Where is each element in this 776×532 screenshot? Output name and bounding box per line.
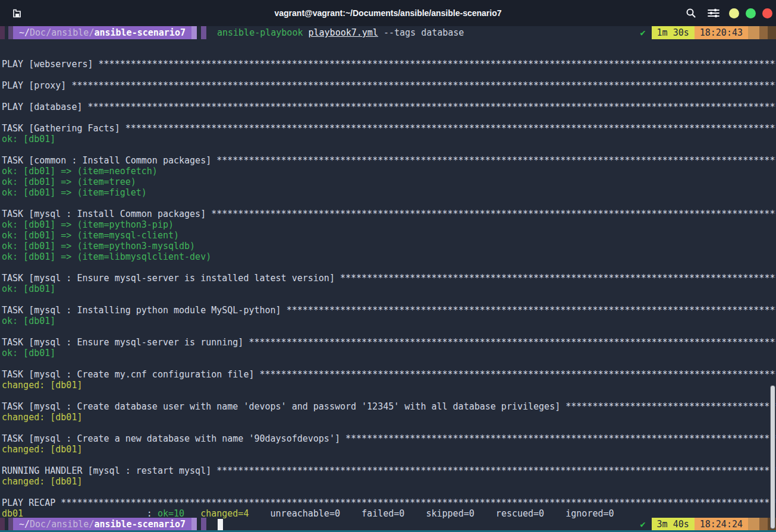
powerline-segment xyxy=(191,518,197,531)
window-button-minimize[interactable] xyxy=(729,8,739,18)
path-dirs: Doc/ansible/ xyxy=(30,519,94,530)
path-home: ~/ xyxy=(19,27,30,38)
powerline-segment xyxy=(759,518,768,531)
terminal-output[interactable]: PLAY [webservers] **********************… xyxy=(0,48,776,527)
terminal-line: TASK [mysql : Install Common packages] *… xyxy=(2,209,776,219)
powerline-segment xyxy=(8,26,13,39)
terminal-line: ok: [db01] => (item=tree) xyxy=(2,177,776,187)
powerline-segment xyxy=(748,518,759,531)
terminal-line: TASK [mysql : Installing python module M… xyxy=(2,305,776,316)
success-check-icon: ✔ xyxy=(640,518,652,531)
powerline-segment xyxy=(748,26,759,39)
terminal-line: PLAY [webservers] **********************… xyxy=(2,59,776,70)
terminal-line: changed: [db01] xyxy=(2,444,776,455)
terminal-line: ok: [db01] xyxy=(2,284,776,294)
terminal-line: TASK [mysql : Create database user with … xyxy=(2,401,776,412)
executed-command: ansible-playbook playbook7.yml --tags da… xyxy=(217,26,464,39)
path-dirs: Doc/ansible/ xyxy=(30,27,94,38)
timestamp-badge: 18:24:24 xyxy=(695,518,748,531)
terminal-line xyxy=(2,391,776,401)
terminal-line xyxy=(2,423,776,433)
path-current-dir: ansible-scenario7 xyxy=(94,27,186,38)
command-program: ansible-playbook xyxy=(217,27,309,38)
terminal-line xyxy=(2,262,776,273)
terminal-line: TASK [mysql : Create my.cnf configuratio… xyxy=(2,369,776,380)
powerline-segment xyxy=(0,518,5,531)
terminal-line xyxy=(2,112,776,123)
terminal-line xyxy=(2,358,776,369)
terminal-line xyxy=(2,91,776,102)
terminal-line: changed: [db01] xyxy=(2,476,776,487)
powerline-segment xyxy=(0,26,5,39)
terminal-line: ok: [db01] xyxy=(2,316,776,326)
terminal-line xyxy=(2,70,776,80)
search-icon[interactable] xyxy=(684,6,698,20)
terminal-line: ok: [db01] => (item=python3-mysqldb) xyxy=(2,241,776,251)
prompt-status: ✔ 1m 30s 18:20:43 xyxy=(640,26,776,39)
powerline-segment xyxy=(191,26,197,39)
terminal-line: PLAY [database] ************************… xyxy=(2,102,776,112)
terminal-line: changed: [db01] xyxy=(2,412,776,423)
window-button-close[interactable] xyxy=(762,8,772,18)
terminal-line: TASK [mysql : Ensure mysql-server is run… xyxy=(2,337,776,348)
terminal-line: PLAY [proxy] ***************************… xyxy=(2,80,776,91)
path-current-dir: ansible-scenario7 xyxy=(94,519,186,530)
terminal-line: ok: [db01] => (item=python3-pip) xyxy=(2,219,776,230)
terminal-line xyxy=(2,144,776,155)
terminal-line: TASK [mysql : Create a new database with… xyxy=(2,433,776,444)
terminal-line: PLAY RECAP *****************************… xyxy=(2,498,776,508)
success-check-icon: ✔ xyxy=(640,26,652,39)
terminal-line: ok: [db01] => (item=libmysqlclient-dev) xyxy=(2,251,776,262)
powerline-segment xyxy=(759,26,768,39)
terminal-line xyxy=(2,48,776,59)
command-playbook-file: playbook7.yml xyxy=(309,27,378,38)
terminal-window: vagrant@vagrant:~/Documents/ansible/ansi… xyxy=(0,0,776,532)
duration-badge: 1m 30s xyxy=(652,26,695,39)
terminal-line xyxy=(2,487,776,498)
terminal-line: RUNNING HANDLER [mysql : restart mysql] … xyxy=(2,465,776,476)
powerline-segment xyxy=(768,26,776,39)
terminal-line xyxy=(2,326,776,337)
preferences-sliders-icon[interactable] xyxy=(706,6,721,20)
window-button-maximize[interactable] xyxy=(746,8,756,18)
prompt-path: ~/Doc/ansible/ansible-scenario7 xyxy=(13,26,191,39)
powerline-segment xyxy=(201,26,206,39)
prompt-line-current[interactable]: ~/Doc/ansible/ansible-scenario7 ✔ 3m 40s… xyxy=(0,518,776,531)
terminal-line: changed: [db01] xyxy=(2,380,776,391)
titlebar: vagrant@vagrant:~/Documents/ansible/ansi… xyxy=(0,0,776,26)
terminal-line: TASK [Gathering Facts] *****************… xyxy=(2,123,776,134)
prompt-path: ~/Doc/ansible/ansible-scenario7 xyxy=(13,518,191,531)
terminal-line: ok: [db01] => (item=neofetch) xyxy=(2,166,776,177)
timestamp-badge: 18:20:43 xyxy=(695,26,748,39)
terminal-line: ok: [db01] xyxy=(2,348,776,358)
terminal-line: TASK [common : Install Common packages] … xyxy=(2,155,776,166)
terminal-line: ok: [db01] xyxy=(2,134,776,144)
terminal-cursor[interactable] xyxy=(218,519,223,530)
powerline-segment xyxy=(8,518,13,531)
scrollbar-thumb[interactable] xyxy=(770,385,775,529)
terminal-line xyxy=(2,198,776,209)
clipboard-icon[interactable] xyxy=(10,6,24,20)
terminal-line: ok: [db01] => (item=figlet) xyxy=(2,187,776,198)
terminal-line xyxy=(2,455,776,465)
terminal-line xyxy=(2,294,776,305)
prompt-line-executed: ~/Doc/ansible/ansible-scenario7 ansible-… xyxy=(0,26,776,39)
path-home: ~/ xyxy=(19,519,30,530)
terminal-line: ok: [db01] => (item=mysql-client) xyxy=(2,230,776,241)
command-args: --tags database xyxy=(378,27,464,38)
prompt-status: ✔ 3m 40s 18:24:24 xyxy=(640,518,776,531)
powerline-segment xyxy=(201,518,206,531)
window-title: vagrant@vagrant:~/Documents/ansible/ansi… xyxy=(274,8,501,18)
terminal-line: TASK [mysql : Ensure mysql-server is ins… xyxy=(2,273,776,284)
duration-badge: 3m 40s xyxy=(652,518,695,531)
